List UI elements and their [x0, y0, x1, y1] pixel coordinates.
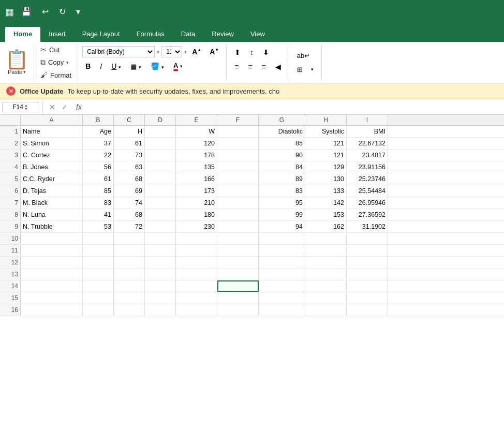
cell-G16[interactable] — [259, 304, 305, 316]
tab-formulas[interactable]: Formulas — [128, 27, 173, 42]
cell-A8[interactable]: N. Luna — [21, 209, 83, 220]
cell-C10[interactable] — [114, 233, 145, 244]
cell-F3[interactable] — [217, 150, 259, 161]
cell-E4[interactable]: 135 — [176, 161, 217, 173]
underline-arrow[interactable]: ▾ — [118, 65, 121, 70]
cell-G11[interactable] — [259, 245, 305, 256]
cell-A2[interactable]: S. Simon — [21, 138, 83, 149]
notification-close-button[interactable]: ✕ — [6, 86, 16, 96]
cell-F8[interactable] — [217, 209, 259, 220]
cell-I2[interactable]: 22.67132 — [347, 138, 388, 149]
fill-color-button[interactable]: 🪣 ▾ — [147, 61, 167, 72]
cell-H14[interactable] — [305, 280, 347, 292]
paste-button[interactable]: 📋 — [5, 50, 28, 69]
cell-C14[interactable] — [114, 280, 145, 292]
cell-E13[interactable] — [176, 269, 217, 280]
align-left-button[interactable]: ≡ — [231, 61, 242, 73]
cell-F6[interactable] — [217, 185, 259, 197]
cell-A6[interactable]: D. Tejas — [21, 185, 83, 197]
col-header-H[interactable]: H — [305, 115, 347, 125]
cell-C5[interactable]: 68 — [114, 173, 145, 185]
copy-button[interactable]: ⧉ Copy ▾ — [38, 57, 73, 68]
cell-H11[interactable] — [305, 245, 347, 256]
cell-D5[interactable] — [145, 173, 176, 185]
cell-E1[interactable]: W — [176, 126, 217, 137]
format-painter-button[interactable]: 🖌 Format — [38, 70, 73, 80]
cell-B9[interactable]: 53 — [83, 221, 114, 232]
cell-C1[interactable]: H — [114, 126, 145, 137]
cell-G12[interactable] — [259, 257, 305, 268]
cell-I6[interactable]: 25.54484 — [347, 185, 388, 197]
cell-reference-box[interactable]: F14 ▲ ▼ — [2, 102, 38, 112]
border-arrow[interactable]: ▾ — [139, 65, 141, 70]
cut-button[interactable]: ✂ Cut — [38, 44, 73, 55]
save-quick-btn[interactable]: 💾 — [18, 5, 35, 19]
cell-A13[interactable] — [21, 269, 83, 280]
col-header-A[interactable]: A — [21, 115, 83, 125]
cell-H1[interactable]: Systolic — [305, 126, 347, 137]
cell-D2[interactable] — [145, 138, 176, 149]
cell-B14[interactable] — [83, 280, 114, 292]
align-right-button[interactable]: ≡ — [258, 61, 270, 73]
cell-F9[interactable] — [217, 221, 259, 232]
cell-D11[interactable] — [145, 245, 176, 256]
cell-H16[interactable] — [305, 304, 347, 316]
cell-B8[interactable]: 41 — [83, 209, 114, 220]
cell-H12[interactable] — [305, 257, 347, 268]
merge-center-button[interactable]: ⊞ — [293, 64, 306, 76]
cell-I1[interactable]: BMI — [347, 126, 388, 137]
cell-D10[interactable] — [145, 233, 176, 244]
col-header-D[interactable]: D — [145, 115, 176, 125]
cell-B3[interactable]: 22 — [83, 150, 114, 161]
cell-C8[interactable]: 68 — [114, 209, 145, 220]
cell-H15[interactable] — [305, 292, 347, 304]
tab-home[interactable]: Home — [5, 27, 40, 42]
formula-cancel-icon[interactable]: ✕ — [47, 103, 57, 111]
cell-I5[interactable]: 25.23746 — [347, 173, 388, 185]
cell-G7[interactable]: 95 — [259, 197, 305, 209]
cell-F11[interactable] — [217, 245, 259, 256]
redo-quick-btn[interactable]: ↻ — [56, 5, 69, 19]
cell-G1[interactable]: Diastolic — [259, 126, 305, 137]
cell-E14[interactable] — [176, 280, 217, 292]
cell-I13[interactable] — [347, 269, 388, 280]
cell-E2[interactable]: 120 — [176, 138, 217, 149]
cell-E12[interactable] — [176, 257, 217, 268]
cell-G5[interactable]: 89 — [259, 173, 305, 185]
col-header-C[interactable]: C — [114, 115, 145, 125]
cell-B6[interactable]: 85 — [83, 185, 114, 197]
align-middle-button[interactable]: ↕ — [246, 46, 257, 58]
cell-B4[interactable]: 56 — [83, 161, 114, 173]
formula-confirm-icon[interactable]: ✓ — [60, 103, 70, 111]
tab-view[interactable]: View — [242, 27, 273, 42]
cell-E8[interactable]: 180 — [176, 209, 217, 220]
cell-D15[interactable] — [145, 292, 176, 304]
cell-C15[interactable] — [114, 292, 145, 304]
cell-I3[interactable]: 23.4817 — [347, 150, 388, 161]
formula-input[interactable] — [88, 102, 502, 112]
cell-F15[interactable] — [217, 292, 259, 304]
cell-G9[interactable]: 94 — [259, 221, 305, 232]
cell-I14[interactable] — [347, 280, 388, 292]
cell-A9[interactable]: N. Trubble — [21, 221, 83, 232]
wrap-text-button[interactable]: ab↵ — [293, 50, 317, 62]
col-header-G[interactable]: G — [259, 115, 305, 125]
cell-B2[interactable]: 37 — [83, 138, 114, 149]
cell-C12[interactable] — [114, 257, 145, 268]
undo-quick-btn[interactable]: ↩ — [39, 5, 52, 19]
cell-G6[interactable]: 83 — [259, 185, 305, 197]
cell-G15[interactable] — [259, 292, 305, 304]
font-name-select[interactable]: Calibri (Body) — [82, 46, 155, 57]
cell-D7[interactable] — [145, 197, 176, 209]
cell-E10[interactable] — [176, 233, 217, 244]
cell-F4[interactable] — [217, 161, 259, 173]
cell-B15[interactable] — [83, 292, 114, 304]
cell-F16[interactable] — [217, 304, 259, 316]
cell-E16[interactable] — [176, 304, 217, 316]
cell-G8[interactable]: 99 — [259, 209, 305, 220]
cell-E5[interactable]: 166 — [176, 173, 217, 185]
cell-H10[interactable] — [305, 233, 347, 244]
cell-C13[interactable] — [114, 269, 145, 280]
cell-D14[interactable] — [145, 280, 176, 292]
cell-H4[interactable]: 129 — [305, 161, 347, 173]
